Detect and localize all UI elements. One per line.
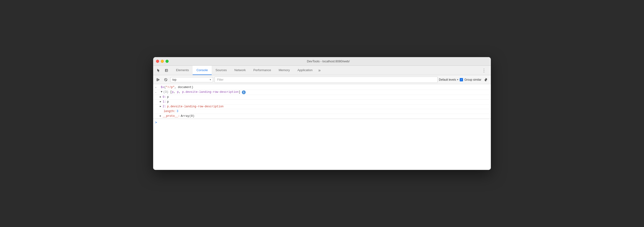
more-tabs-button[interactable]: » <box>316 66 322 75</box>
svg-marker-4 <box>158 79 160 81</box>
tab-settings-right: ⋮ <box>480 66 489 75</box>
tab-memory[interactable]: Memory <box>275 66 294 75</box>
tab-elements[interactable]: Elements <box>172 66 193 75</box>
array-item-2: ▶ 2: p.devsite-landing-row-description <box>153 104 491 109</box>
item-0-index: 0: <box>163 95 166 99</box>
close-button[interactable] <box>156 60 159 63</box>
devtools-menu-button[interactable]: ⋮ <box>480 67 488 74</box>
expand-item-2-icon[interactable]: ▶ <box>160 105 162 108</box>
tab-bar: Elements Console Sources Network Perform… <box>153 66 491 75</box>
title-bar: DevTools - localhost:8080/web/ <box>153 57 491 66</box>
expand-arrow-icon[interactable]: ▼ <box>161 90 162 93</box>
length-key: length: <box>164 110 176 113</box>
item-1-index: 1: <box>163 100 166 104</box>
svg-line-6 <box>165 79 167 81</box>
array-element-p3: p.devsite-landing-row-description <box>182 90 239 94</box>
levels-dropdown[interactable]: Default levels ▾ <box>439 78 458 81</box>
layers-icon-btn[interactable] <box>163 67 170 74</box>
back-arrow-icon: ← <box>155 91 160 94</box>
group-similar-toggle[interactable]: ✓ Group similar <box>460 78 481 81</box>
levels-arrow-icon: ▾ <box>457 78 458 81</box>
expand-item-0-icon[interactable]: ▶ <box>160 95 162 98</box>
devtools-window: DevTools - localhost:8080/web/ Elements … <box>153 57 491 170</box>
array-count: (3) <box>164 90 170 94</box>
play-icon-btn[interactable] <box>155 77 161 83</box>
block-icon-btn[interactable] <box>163 77 169 83</box>
dropdown-arrow-icon: ▾ <box>210 78 211 81</box>
group-similar-checkbox[interactable]: ✓ <box>460 78 463 81</box>
length-prop-row: length: 3 <box>153 109 491 114</box>
input-prompt-icon: › <box>155 86 160 89</box>
length-value: 3 <box>176 110 178 113</box>
tab-performance[interactable]: Performance <box>250 66 275 75</box>
window-title: DevTools - localhost:8080/web/ <box>168 60 488 63</box>
svg-rect-0 <box>165 69 168 72</box>
array-bracket-close: ] <box>238 90 240 94</box>
array-element-p1: p <box>172 90 174 94</box>
array-item-1: ▶ 1: p <box>153 100 491 104</box>
array-comma2: , <box>178 90 182 94</box>
maximize-button[interactable] <box>166 60 168 63</box>
proto-row: ▶ __proto__: Array(0) <box>153 114 491 119</box>
expand-proto-icon[interactable]: ▶ <box>160 114 162 117</box>
item-0-value: p <box>167 95 168 99</box>
filter-input[interactable] <box>214 77 438 83</box>
tab-sources[interactable]: Sources <box>212 66 231 75</box>
info-badge-icon: i <box>242 90 246 94</box>
tab-bar-icons <box>155 66 172 75</box>
item-2-value: p.devsite-landing-row-description <box>167 105 224 108</box>
minimize-button[interactable] <box>161 60 164 63</box>
array-comma1: , <box>174 90 177 94</box>
console-input-code: $x("//p", document) <box>161 86 193 89</box>
console-toolbar: top ▾ Default levels ▾ ✓ Group similar <box>153 75 491 84</box>
array-item-0: ▶ 0: p <box>153 95 491 100</box>
expand-item-1-icon[interactable]: ▶ <box>160 100 162 103</box>
settings-gear-button[interactable] <box>483 77 489 83</box>
tab-network[interactable]: Network <box>231 66 250 75</box>
array-element-p2: p <box>177 90 178 94</box>
array-bracket-open: [ <box>170 90 172 94</box>
cursor-icon-btn[interactable] <box>155 67 162 74</box>
console-prompt-row: > <box>153 119 491 126</box>
proto-key: __proto__: <box>163 114 180 118</box>
tab-application[interactable]: Application <box>294 66 316 75</box>
console-content: › $x("//p", document) ← ▼ (3) [ p , p , … <box>153 84 491 170</box>
console-bottom-prompt[interactable]: > <box>155 120 157 124</box>
console-input-row: › $x("//p", document) <box>153 85 491 90</box>
context-dropdown[interactable]: top ▾ <box>170 77 213 82</box>
tab-console[interactable]: Console <box>193 66 212 75</box>
item-2-index: 2: <box>163 105 166 108</box>
svg-rect-3 <box>157 78 158 81</box>
item-1-value: p <box>167 100 168 104</box>
proto-value: Array(0) <box>181 114 194 118</box>
array-output-row: ← ▼ (3) [ p , p , p.devsite-landing-row-… <box>153 90 491 95</box>
window-controls <box>156 60 168 63</box>
